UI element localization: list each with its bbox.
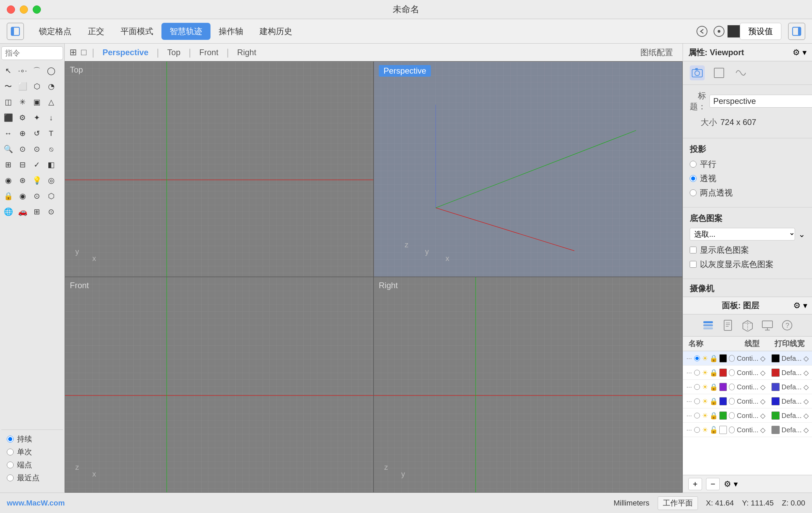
layer-visible-icon[interactable]: ☀	[702, 411, 708, 420]
layer-active-radio[interactable]	[694, 412, 700, 419]
mesh-tool[interactable]: ✳	[16, 95, 29, 109]
layer-print-dot[interactable]	[729, 426, 735, 433]
viewport-rect-icon-btn[interactable]	[712, 65, 727, 80]
viewport-perspective[interactable]: Perspective	[374, 61, 683, 277]
projection-perspective-radio[interactable]	[690, 175, 697, 182]
minimize-button[interactable]	[20, 5, 28, 14]
viewport-curve-icon-btn[interactable]	[733, 65, 748, 80]
network-tool[interactable]: ⊞	[30, 205, 44, 219]
viewport-grid-icon[interactable]: ⊞	[69, 47, 77, 58]
sidebar-toggle-right[interactable]	[788, 23, 805, 40]
dimension-tool[interactable]: ↔	[1, 127, 15, 140]
layer-print-dot[interactable]	[729, 398, 735, 405]
maximize-button[interactable]	[33, 5, 41, 14]
layer-visible-icon[interactable]: ☀	[702, 383, 708, 391]
layer-color-swatch[interactable]	[719, 354, 727, 362]
viewport-box-icon[interactable]: □	[81, 47, 87, 58]
tab-right[interactable]: Right	[230, 44, 263, 61]
layer-lock-icon[interactable]: 🔒	[709, 397, 718, 405]
text-tool[interactable]: ⍉	[44, 142, 58, 156]
right-panel-gear[interactable]: ⚙ ▾	[793, 48, 807, 57]
layer-row[interactable]: ··· ☀ 🔒 Conti... ◇ Defa... ◇	[683, 408, 812, 423]
layer-active-radio[interactable]	[694, 426, 700, 433]
layers-monitor-icon[interactable]	[760, 318, 775, 333]
zoom-tool[interactable]: 🔍	[1, 142, 15, 156]
layers-cube-icon[interactable]	[740, 318, 755, 333]
bg-gray-checkbox[interactable]	[690, 261, 697, 268]
curve-tool[interactable]: ⌒	[30, 64, 44, 78]
bg-pattern-select[interactable]: 选取...	[690, 228, 795, 240]
lock-tool[interactable]: 🔒	[1, 189, 15, 203]
viewport-camera-icon-btn[interactable]	[690, 65, 705, 80]
fill-tool[interactable]: ◉	[1, 174, 15, 187]
viewport-front[interactable]: Front	[65, 277, 374, 493]
layer-print-dot[interactable]	[729, 355, 735, 362]
ortho-button[interactable]: 正交	[80, 23, 112, 40]
tab-front[interactable]: Front	[192, 44, 225, 61]
layer-row[interactable]: ··· ☀ 🔒 Conti... ◇ Defa... ◇	[683, 380, 812, 394]
planar-mode-button[interactable]: 平面模式	[112, 23, 161, 40]
grid-tool[interactable]: ⊞	[1, 158, 15, 172]
layer-linewidth-swatch[interactable]	[771, 369, 780, 377]
rotate-tool[interactable]: ↺	[30, 127, 44, 140]
annotation-tool[interactable]: ⊕	[16, 127, 29, 140]
viewport-top[interactable]: Top	[65, 61, 374, 277]
layer-linewidth-swatch[interactable]	[771, 411, 780, 420]
layer-print-dot[interactable]	[729, 369, 735, 376]
import-tool[interactable]: ↓	[44, 111, 58, 125]
tab-perspective[interactable]: Perspective	[96, 44, 155, 61]
close-button[interactable]	[7, 5, 15, 14]
layer-linewidth-swatch[interactable]	[771, 354, 780, 362]
light-tool[interactable]: 💡	[30, 174, 44, 187]
layer-lock-icon[interactable]: 🔒	[709, 383, 718, 391]
point-tool[interactable]: ·∘·	[16, 64, 29, 78]
layer-linewidth-swatch[interactable]	[771, 383, 780, 391]
material-tool[interactable]: ◉	[16, 189, 29, 203]
explode-tool[interactable]: ✦	[30, 111, 44, 125]
layer-visible-icon[interactable]: ☀	[702, 397, 708, 405]
layer-menu-dots[interactable]: ···	[686, 369, 692, 376]
measure-tool[interactable]: ⊙	[30, 142, 44, 156]
check-tool[interactable]: ✓	[30, 158, 44, 172]
layers-help-icon[interactable]: ?	[780, 318, 795, 333]
color-swatch[interactable]	[728, 25, 740, 37]
layer-unlock-icon[interactable]: 🔓	[709, 426, 718, 434]
tab-top[interactable]: Top	[160, 44, 187, 61]
cone-tool[interactable]: △	[44, 95, 58, 109]
box-tool[interactable]: ▣	[30, 95, 44, 109]
target-tool[interactable]: ⊙	[44, 205, 58, 219]
projection-two-point-radio[interactable]	[690, 189, 697, 196]
viewport-right[interactable]: Right	[374, 277, 683, 493]
select-tool[interactable]: ↖	[1, 64, 15, 78]
operation-axis-button[interactable]: 操作轴	[210, 23, 251, 40]
layer-active-radio[interactable]	[694, 369, 700, 376]
build-history-button[interactable]: 建构历史	[251, 23, 300, 40]
layer-lock-icon[interactable]: 🔒	[709, 411, 718, 420]
layer-settings-button[interactable]: ⚙ ▾	[724, 479, 738, 489]
layer-menu-dots[interactable]: ···	[686, 383, 692, 391]
layer-visible-icon[interactable]: ☀	[702, 426, 708, 434]
layer-visible-icon[interactable]: ☀	[702, 354, 708, 362]
bg-show-checkbox[interactable]	[690, 247, 697, 253]
layer-menu-dots[interactable]: ···	[686, 411, 692, 419]
mirror-tool[interactable]: T	[44, 127, 58, 140]
freeform-tool[interactable]: 〜	[1, 80, 15, 93]
lamp-tool[interactable]: ◎	[44, 174, 58, 187]
layer-color-swatch[interactable]	[719, 397, 727, 405]
snap-once-radio[interactable]	[7, 449, 14, 455]
layer-menu-dots[interactable]: ···	[686, 426, 692, 434]
layer-linewidth-swatch[interactable]	[771, 397, 780, 405]
surface-tool[interactable]: ◫	[1, 95, 15, 109]
title-input[interactable]	[709, 95, 812, 108]
layer-remove-button[interactable]: −	[706, 478, 720, 490]
layer-add-button[interactable]: +	[688, 478, 702, 490]
target-circle-button[interactable]	[710, 23, 728, 40]
render-tool[interactable]: ⬡	[44, 189, 58, 203]
layer-print-dot[interactable]	[729, 384, 735, 390]
snap-tool[interactable]: ⊟	[16, 158, 29, 172]
sphere-tool[interactable]: ⊙	[30, 189, 44, 203]
layer-menu-dots[interactable]: ···	[686, 397, 692, 405]
layer-color-swatch[interactable]	[719, 369, 727, 377]
layer-print-dot[interactable]	[729, 412, 735, 419]
smart-track-button[interactable]: 智慧轨迹	[161, 23, 210, 40]
